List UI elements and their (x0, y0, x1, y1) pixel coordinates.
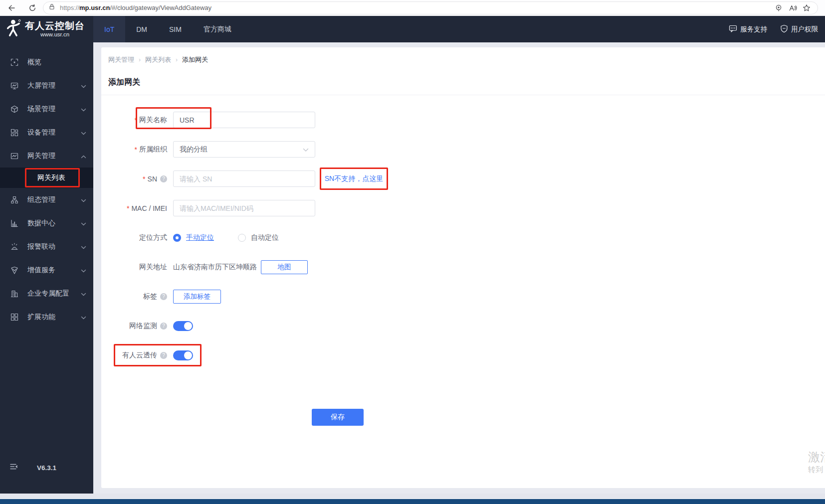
chevron-down-icon (81, 242, 86, 251)
radio-auto-location-label[interactable]: 自动定位 (251, 233, 279, 242)
chevron-up-icon (81, 152, 86, 161)
sidebar-item-overview[interactable]: 概览 (0, 50, 93, 74)
chevron-down-icon (81, 266, 86, 275)
gateway-icon (10, 152, 19, 160)
bigscreen-icon (10, 81, 19, 90)
network-monitor-toggle[interactable] (173, 321, 193, 331)
bottom-gray-strip (0, 494, 825, 499)
screen: https://mp.usr.cn/#/cloud/gateway/ViewAd… (0, 0, 825, 504)
config-icon (10, 195, 19, 204)
breadcrumb-gateway-management[interactable]: 网关管理 (108, 55, 134, 64)
sidebar-item-enterprise[interactable]: 企业专属配置 (0, 282, 93, 305)
radio-auto-location[interactable]: 自动定位 (238, 233, 279, 242)
sidebar-item-label: 大屏管理 (27, 81, 81, 90)
user-permissions-link[interactable]: 用户权限 (780, 24, 818, 34)
mac-label: MAC / IMEI (131, 204, 167, 212)
sidebar-item-gateway-list[interactable]: 网关列表 (0, 168, 93, 188)
add-gateway-form: * 网关名称 * 所属组织 我的分组 (101, 95, 825, 426)
sidebar-item-extension[interactable]: 扩展功能 (0, 305, 93, 329)
organization-select-value: 我的分组 (180, 145, 207, 154)
required-asterisk: * (135, 146, 137, 154)
required-asterisk: * (127, 204, 129, 212)
breadcrumb: 网关管理 › 网关列表 › 添加网关 (101, 47, 825, 64)
sn-input[interactable] (173, 170, 315, 187)
chevron-down-icon (81, 128, 86, 137)
chevron-down-icon (303, 146, 309, 154)
gateway-name-input[interactable] (173, 112, 315, 128)
lock-icon (48, 3, 55, 12)
row-mac-imei: * MAC / IMEI (107, 200, 825, 216)
sidebar-item-datacenter[interactable]: 数据中心 (0, 211, 93, 235)
tab-sim[interactable]: SIM (158, 16, 193, 42)
browser-toolbar: https://mp.usr.cn/#/cloud/gateway/ViewAd… (0, 0, 825, 16)
sn-not-supported-link[interactable]: SN不支持，点这里 (325, 174, 383, 183)
tags-label-group: 标签 ? (107, 292, 167, 301)
radio-selected-icon[interactable] (173, 234, 181, 242)
save-button[interactable]: 保存 (312, 409, 364, 426)
map-button[interactable]: 地图 (261, 260, 308, 274)
chevron-down-icon (81, 289, 86, 298)
sn-label-group: * SN ? (107, 175, 167, 183)
sidebar-item-alarm[interactable]: 报警联动 (0, 235, 93, 258)
sidebar-item-label: 设备管理 (27, 128, 81, 137)
target-icon[interactable] (772, 2, 786, 14)
cloud-passthrough-help-icon[interactable]: ? (160, 352, 167, 359)
url-path: /#/cloud/gateway/ViewAddGateway (110, 4, 211, 11)
network-monitor-label-group: 网络监测 ? (107, 322, 167, 331)
service-support-link[interactable]: 服务支持 (729, 24, 767, 34)
location-mode-label-group: 定位方式 (107, 233, 167, 242)
url-scheme: https:// (60, 4, 79, 11)
refresh-icon[interactable] (25, 1, 40, 14)
scene-icon (10, 105, 19, 113)
read-aloud-icon[interactable] (786, 2, 800, 14)
gateway-address-label-group: 网关地址 (107, 263, 167, 272)
logo-text: 有人云控制台 www.usr.cn (25, 20, 85, 38)
logo-title: 有人云控制台 (25, 20, 85, 31)
sidebar-item-vas[interactable]: 增值服务 (0, 258, 93, 282)
sidebar-item-bigscreen[interactable]: 大屏管理 (0, 74, 93, 97)
overview-icon (10, 58, 19, 66)
row-gateway-name: * 网关名称 (107, 112, 825, 128)
sidebar-item-config[interactable]: 组态管理 (0, 188, 93, 211)
sidebar-item-label: 网关管理 (27, 152, 81, 161)
organization-select[interactable]: 我的分组 (173, 141, 315, 158)
back-icon[interactable] (4, 1, 19, 14)
alarm-icon (10, 242, 19, 251)
gateway-name-label: 网关名称 (139, 116, 167, 125)
sidebar-item-label: 扩展功能 (27, 313, 81, 322)
taskbar-edge (0, 499, 825, 504)
radio-unselected-icon[interactable] (238, 234, 246, 242)
tab-official-store[interactable]: 官方商城 (193, 16, 242, 42)
breadcrumb-add-gateway: 添加网关 (182, 55, 208, 64)
app-logo[interactable]: 有人云控制台 www.usr.cn (0, 16, 93, 42)
network-monitor-label: 网络监测 (129, 322, 157, 331)
add-tag-button[interactable]: 添加标签 (173, 290, 221, 304)
collapse-sidebar-icon[interactable] (10, 463, 18, 473)
tab-iot[interactable]: IoT (93, 16, 125, 42)
usr-person-logo-icon (5, 18, 22, 40)
breadcrumb-separator: › (176, 56, 178, 63)
gateway-name-label-group: * 网关名称 (107, 116, 167, 125)
mac-imei-input[interactable] (173, 200, 315, 216)
datacenter-icon (10, 219, 19, 227)
network-monitor-help-icon[interactable]: ? (160, 323, 167, 330)
sidebar-item-device[interactable]: 设备管理 (0, 121, 93, 144)
sn-help-icon[interactable]: ? (160, 175, 167, 182)
star-icon[interactable] (800, 2, 814, 14)
sidebar-item-label: 增值服务 (27, 266, 81, 275)
tags-help-icon[interactable]: ? (160, 293, 167, 300)
required-asterisk: * (143, 175, 145, 183)
breadcrumb-gateway-list[interactable]: 网关列表 (145, 55, 171, 64)
cloud-passthrough-label: 有人云透传 (122, 351, 157, 360)
sidebar-item-gateway[interactable]: 网关管理 (0, 144, 93, 168)
cloud-passthrough-toggle[interactable] (173, 350, 193, 360)
top-nav-right: 服务支持 用户权限 (729, 16, 825, 42)
chevron-down-icon (81, 313, 86, 322)
mac-label-group: * MAC / IMEI (107, 204, 167, 212)
address-bar[interactable]: https://mp.usr.cn/#/cloud/gateway/ViewAd… (43, 1, 818, 14)
radio-manual-location-label[interactable]: 手动定位 (186, 233, 214, 242)
tab-dm[interactable]: DM (125, 16, 158, 42)
radio-manual-location[interactable]: 手动定位 (173, 233, 214, 242)
sidebar-item-scene[interactable]: 场景管理 (0, 97, 93, 121)
top-nav: 有人云控制台 www.usr.cn IoT DM SIM 官方商城 服务支持 用… (0, 16, 825, 42)
